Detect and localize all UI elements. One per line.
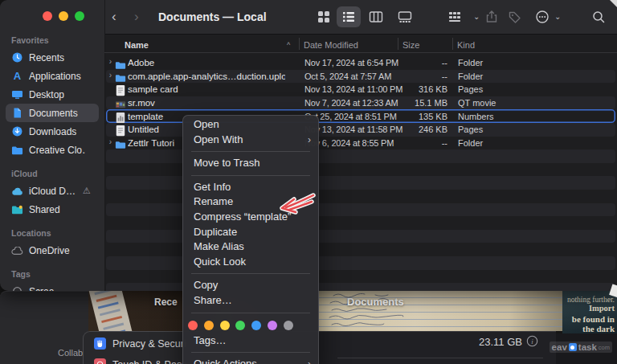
sort-ascending-icon[interactable]: ^ xyxy=(287,41,290,49)
menu-item[interactable]: Copy xyxy=(183,278,318,293)
photo-thumbnail xyxy=(88,291,133,331)
share-button[interactable] xyxy=(484,10,499,24)
info-icon[interactable]: i xyxy=(526,335,538,347)
tag-dot[interactable] xyxy=(284,321,293,330)
watermark: eav task com xyxy=(550,342,612,353)
tag-circle-icon xyxy=(11,285,23,291)
tag-dot[interactable] xyxy=(251,321,261,330)
menu-divider xyxy=(191,313,310,313)
column-header-size[interactable]: Size xyxy=(402,40,419,50)
menu-item[interactable]: Quick Actions› xyxy=(183,357,318,364)
pages-file-icon xyxy=(115,84,126,94)
file-name: sample card xyxy=(128,84,285,94)
menu-divider xyxy=(191,175,310,176)
background-photo-book: nothing further. Import be found in the … xyxy=(562,291,617,333)
sidebar-item[interactable]: Desktop xyxy=(6,85,99,104)
folder-file-icon xyxy=(115,58,126,67)
menu-item[interactable]: Share… xyxy=(183,293,318,309)
sidebar-item-label: Scree xyxy=(29,286,54,292)
file-size: 15.1 MB xyxy=(371,98,447,108)
chevron-down-icon: ⌄ xyxy=(473,12,480,21)
background-photo-documents: Documents xyxy=(319,291,562,331)
settings-item-privacy[interactable]: Privacy & Securi xyxy=(94,337,186,350)
column-divider[interactable] xyxy=(398,38,398,50)
sidebar: Favorites Recents A Applications Desktop… xyxy=(0,0,104,291)
sidebar-section-label: Favorites xyxy=(0,35,104,48)
group-by-button[interactable] xyxy=(447,10,462,24)
column-divider[interactable] xyxy=(452,38,453,50)
sidebar-section: Locations OneDrive xyxy=(0,228,104,260)
watermark-icon xyxy=(569,343,577,351)
list-view-icon[interactable] xyxy=(341,10,356,24)
sidebar-item[interactable]: Shared xyxy=(6,200,99,219)
tag-button[interactable] xyxy=(508,10,522,24)
tag-dot[interactable] xyxy=(268,321,277,330)
tag-dot[interactable] xyxy=(220,321,230,330)
sidebar-item[interactable]: Recents xyxy=(6,48,99,67)
column-header-date[interactable]: Date Modified xyxy=(304,40,358,50)
column-divider[interactable] xyxy=(299,38,300,50)
file-kind: Folder xyxy=(458,138,483,148)
forward-button[interactable]: › xyxy=(134,8,139,25)
window-title: Documents — Local xyxy=(158,10,267,23)
sidebar-item[interactable]: A Applications xyxy=(6,67,99,85)
file-name: com.apple.app-analytics…duction.upload-d… xyxy=(128,72,285,81)
tag-dot[interactable] xyxy=(204,321,214,330)
applications-icon: A xyxy=(11,70,23,82)
column-header-name[interactable]: Name xyxy=(125,40,149,50)
table-row[interactable]: › com.apple.app-analytics…duction.upload… xyxy=(106,70,615,84)
column-header-kind[interactable]: Kind xyxy=(457,40,475,50)
table-row[interactable]: › Adobe Nov 17, 2024 at 6:54 PM -- Folde… xyxy=(106,56,615,70)
touch-id-icon xyxy=(94,358,106,364)
recents-label: Rece xyxy=(154,297,178,308)
table-row[interactable]: sr.mov Nov 7, 2024 at 12:33 AM 15.1 MB Q… xyxy=(106,96,615,110)
file-size: -- xyxy=(371,58,447,67)
disclosure-chevron-icon[interactable]: › xyxy=(107,57,114,66)
column-view-button[interactable] xyxy=(369,10,383,24)
menu-item[interactable]: Duplicate xyxy=(183,225,318,240)
tag-dot[interactable] xyxy=(235,321,245,330)
menu-item[interactable]: Make Alias xyxy=(183,239,318,255)
table-row[interactable]: sample card Nov 13, 2024 at 11:00 PM 316… xyxy=(106,83,615,96)
menu-item[interactable]: Tags… xyxy=(183,333,318,349)
documents-label: Documents xyxy=(347,296,404,308)
clock-icon xyxy=(11,51,23,63)
file-size: 316 KB xyxy=(371,84,447,94)
shared-folder-icon xyxy=(11,203,23,215)
sidebar-item[interactable]: OneDrive xyxy=(6,241,99,260)
sidebar-item[interactable]: Documents xyxy=(6,104,99,122)
tag-color-dots xyxy=(183,317,318,333)
sidebar-sections: Favorites Recents A Applications Desktop… xyxy=(0,35,104,291)
back-button[interactable]: ‹ xyxy=(112,8,116,25)
disclosure-chevron-icon[interactable]: › xyxy=(107,71,114,80)
submenu-chevron-icon: › xyxy=(308,357,311,364)
downloads-icon xyxy=(11,125,23,137)
file-size: 246 KB xyxy=(371,125,447,134)
divider xyxy=(337,358,543,358)
sidebar-item-label: Documents xyxy=(29,108,78,119)
screen-corner-artifact xyxy=(610,0,617,7)
hand-icon xyxy=(94,337,106,350)
menu-item[interactable]: Move to Trash xyxy=(183,156,318,171)
submenu-chevron-icon: › xyxy=(308,133,311,148)
settings-item-touchid[interactable]: Touch ID & Pass xyxy=(94,358,186,364)
disclosure-chevron-icon[interactable]: › xyxy=(107,137,114,146)
gallery-view-button[interactable] xyxy=(398,10,412,24)
cloud-outline-icon xyxy=(11,244,23,256)
sidebar-section: Favorites Recents A Applications Desktop… xyxy=(0,35,104,159)
divider xyxy=(104,34,617,35)
file-kind: Numbers xyxy=(458,112,494,121)
sidebar-item[interactable]: iCloud D… ⚠ xyxy=(6,182,99,200)
sidebar-item[interactable]: Scree xyxy=(6,282,99,291)
search-icon[interactable] xyxy=(591,10,606,24)
menu-item[interactable]: Quick Look xyxy=(183,255,318,270)
tag-dot[interactable] xyxy=(188,321,198,330)
menu-item[interactable]: Open xyxy=(183,117,318,133)
more-actions-button[interactable] xyxy=(535,10,550,24)
sidebar-section: iCloud iCloud D… ⚠ Shared xyxy=(0,169,104,219)
sidebar-item[interactable]: Downloads xyxy=(6,122,99,141)
sidebar-item-label: Creative Clo… xyxy=(29,145,86,156)
icon-view-button[interactable] xyxy=(317,10,331,24)
menu-item[interactable]: Open With› xyxy=(183,133,318,148)
sidebar-item[interactable]: Creative Clo… xyxy=(6,141,99,159)
